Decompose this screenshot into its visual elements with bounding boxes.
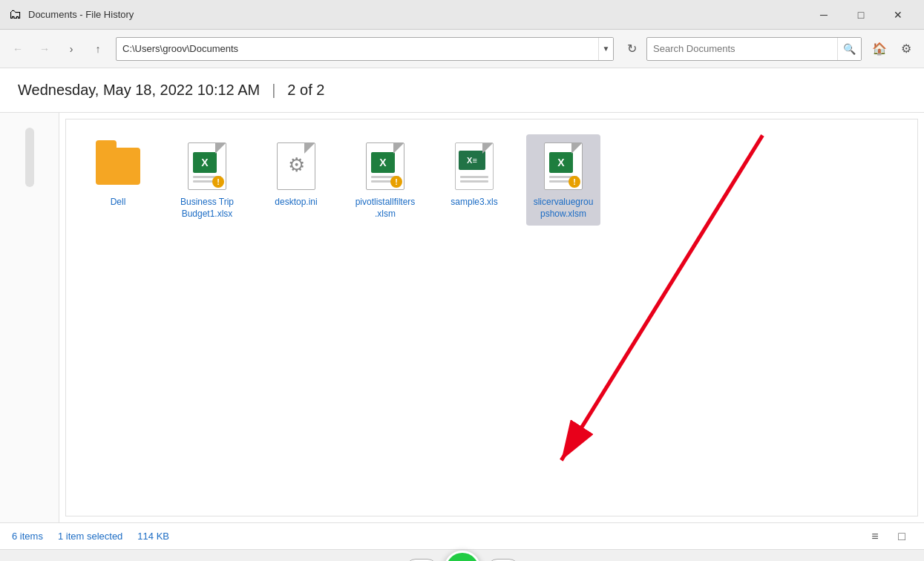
xlsm-doc-pivot: X !	[366, 142, 404, 190]
excel-badge-sample: X≡	[459, 151, 485, 170]
toolbar-right: 🏠 ⚙	[868, 37, 918, 61]
gear-icon-ini: ⚙	[288, 154, 305, 177]
restore-button[interactable]: ↺	[444, 551, 481, 562]
files-row: Dell X ! Business Trip Budget1.xlsx	[81, 134, 902, 226]
status-bar: 6 items 1 item selected 114 KB ≡ □	[0, 522, 924, 549]
scroll-track	[25, 128, 34, 187]
refresh-icon: ↻	[627, 42, 637, 56]
back-button[interactable]: ←	[6, 37, 30, 61]
version-text: 2 of 2	[287, 82, 324, 99]
file-item-businesstrip[interactable]: X ! Business Trip Budget1.xlsx	[170, 134, 244, 226]
maximize-button[interactable]: □	[844, 4, 878, 26]
folder-shape	[96, 148, 140, 185]
excel-badge-slicer: X	[549, 152, 573, 173]
warning-badge: !	[212, 176, 224, 188]
toolbar: ← → › ↑ ▼ ↻ 🔍 🏠 ⚙	[0, 30, 924, 68]
xlsx-icon-businesstrip: X !	[185, 140, 229, 192]
bottom-nav: ◀◀ ↺ ▶▶	[0, 549, 924, 561]
file-label-slicervalue: slicervaluegroupshow.xlsm	[532, 197, 594, 220]
xlsm-icon-pivotlist: X !	[363, 140, 407, 192]
window-title: Documents - File History	[28, 9, 807, 20]
warning-badge-pivot: !	[390, 176, 402, 188]
xlsm-doc-slicer: X !	[544, 142, 583, 190]
address-bar[interactable]	[117, 40, 598, 57]
list-view-button[interactable]: ≡	[865, 526, 885, 547]
forward-icon: →	[39, 43, 50, 55]
home-icon: 🏠	[872, 42, 887, 56]
selected-count: 1 item selected	[58, 531, 122, 542]
up-button[interactable]: ↑	[86, 37, 110, 61]
file-item-desktopini[interactable]: ⚙ desktop.ini	[259, 134, 333, 226]
search-icon: 🔍	[843, 43, 856, 55]
address-dropdown-button[interactable]: ▼	[598, 38, 613, 60]
status-right: ≡ □	[865, 526, 912, 547]
recent-locations-button[interactable]: ›	[59, 37, 83, 61]
date-version-bar: Wednesday, May 18, 2022 10:12 AM | 2 of …	[0, 68, 924, 113]
gear-icon: ⚙	[901, 42, 911, 56]
search-button[interactable]: 🔍	[837, 38, 861, 60]
list-view-icon: ≡	[871, 530, 878, 543]
search-input[interactable]	[647, 40, 837, 57]
recent-icon: ›	[70, 43, 73, 55]
close-button[interactable]: ✕	[881, 4, 915, 26]
excel-badge-pivot: X	[371, 152, 395, 173]
folder-icon-dell	[96, 140, 140, 192]
title-bar: 🗂 Documents - File History ─ □ ✕	[0, 0, 924, 30]
file-item-slicervalue[interactable]: X ! slicervaluegroupshow.xlsm	[526, 134, 600, 226]
date-separator: |	[272, 82, 275, 99]
xls-lines-sample	[460, 176, 488, 185]
app-icon: 🗂	[9, 7, 22, 22]
next-version-button[interactable]: ▶▶	[487, 559, 520, 562]
previous-version-button[interactable]: ◀◀	[405, 559, 438, 562]
file-size: 114 KB	[137, 531, 169, 542]
ini-icon-desktopini: ⚙	[274, 140, 318, 192]
grid-view-button[interactable]: □	[891, 526, 912, 547]
xls-doc-sample: X≡	[455, 142, 494, 190]
file-label-businesstrip: Business Trip Budget1.xlsx	[176, 197, 238, 220]
excel-badge: X	[193, 152, 217, 173]
xls-icon-sample3: X≡	[452, 140, 497, 192]
file-item-sample3[interactable]: X≡ sample3.xls	[437, 134, 511, 226]
search-container: 🔍	[646, 37, 862, 61]
file-grid: Dell X ! Business Trip Budget1.xlsx	[65, 119, 918, 516]
warning-badge-slicer: !	[569, 176, 580, 188]
xlsx-doc: X !	[188, 142, 226, 190]
window-controls: ─ □ ✕	[807, 4, 915, 26]
file-item-dell[interactable]: Dell	[81, 134, 155, 226]
address-bar-container: ▼	[116, 37, 614, 61]
scroll-left-panel	[0, 113, 59, 522]
ini-doc: ⚙	[277, 142, 315, 190]
refresh-button[interactable]: ↻	[620, 37, 643, 61]
file-label-desktopini: desktop.ini	[275, 197, 317, 209]
settings-button[interactable]: ⚙	[894, 37, 918, 61]
item-count: 6 items	[12, 531, 43, 542]
restore-icon: ↺	[455, 559, 470, 562]
back-icon: ←	[13, 43, 23, 55]
file-label-dell: Dell	[111, 197, 126, 209]
forward-button[interactable]: →	[33, 37, 56, 61]
file-label-pivotlist: pivotlistallfilters.xlsm	[354, 197, 416, 220]
xlsm-icon-slicer: X !	[541, 140, 586, 192]
file-item-pivotlist[interactable]: X ! pivotlistallfilters.xlsm	[348, 134, 422, 226]
file-label-sample3: sample3.xls	[450, 197, 497, 209]
main-area: Dell X ! Business Trip Budget1.xlsx	[0, 113, 924, 522]
up-icon: ↑	[96, 43, 101, 55]
date-text: Wednesday, May 18, 2022 10:12 AM	[18, 82, 260, 99]
minimize-button[interactable]: ─	[807, 4, 841, 26]
grid-view-icon: □	[898, 530, 905, 543]
home-button[interactable]: 🏠	[868, 37, 891, 61]
